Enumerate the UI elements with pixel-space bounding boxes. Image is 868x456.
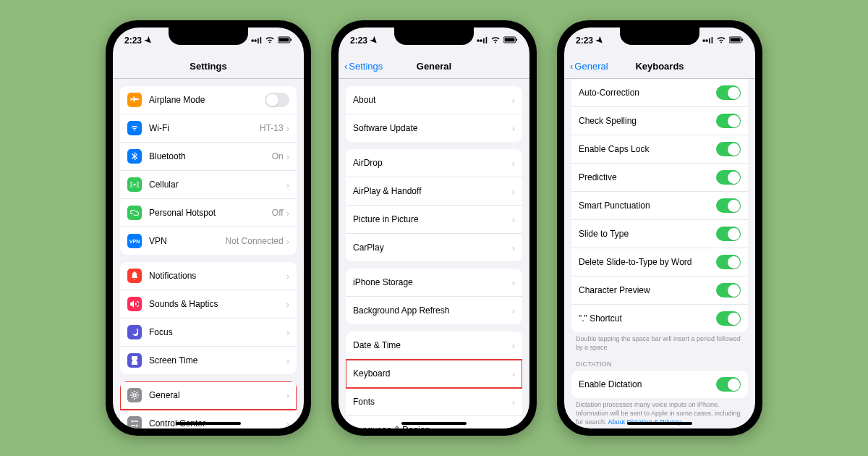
status-time: 2:23 <box>576 35 593 46</box>
toggle[interactable] <box>716 255 741 269</box>
cell-wifi[interactable]: Wi-FiHT-13› <box>120 114 297 143</box>
airplane-toggle[interactable] <box>265 93 289 107</box>
chevron-icon: › <box>512 158 515 169</box>
cell-carplay[interactable]: CarPlay› <box>346 234 522 261</box>
toggle[interactable] <box>716 85 741 100</box>
cell-enable-caps-lock[interactable]: Enable Caps Lock <box>571 135 748 164</box>
cell-value: Off <box>272 208 284 218</box>
cell-bluetooth[interactable]: BluetoothOn› <box>120 143 297 171</box>
cell-notifications[interactable]: Notifications› <box>120 262 297 290</box>
cell-picture-in-picture[interactable]: Picture in Picture› <box>346 206 522 234</box>
toggle[interactable] <box>716 170 741 185</box>
cell-value: HT-13 <box>260 123 284 133</box>
chevron-icon: › <box>286 151 289 162</box>
cell-period-shortcut[interactable]: "." Shortcut <box>571 305 748 332</box>
nav-back-button[interactable]: ‹Settings <box>344 61 383 72</box>
cell-cellular[interactable]: Cellular› <box>120 171 297 199</box>
cell-predictive[interactable]: Predictive <box>571 164 748 192</box>
cell-label: Character Preview <box>579 285 716 295</box>
vpn-icon: VPN <box>127 234 142 248</box>
cell-label: Smart Punctuation <box>579 200 716 211</box>
nav-title: Settings <box>190 61 226 72</box>
cell-slide-to-type[interactable]: Slide to Type <box>571 220 748 248</box>
cell-focus[interactable]: Focus› <box>120 318 297 347</box>
back-label: General <box>574 61 608 72</box>
cell-label: Slide to Type <box>579 229 716 239</box>
cell-auto-correction[interactable]: Auto-Correction <box>571 79 748 107</box>
cell-smart-punctuation[interactable]: Smart Punctuation <box>571 192 748 220</box>
cell-airplay-handoff[interactable]: AirPlay & Handoff› <box>346 177 522 206</box>
wifi-icon <box>265 35 275 46</box>
cell-about[interactable]: About› <box>346 86 522 114</box>
cell-enable-dictation[interactable]: Enable Dictation <box>571 371 748 398</box>
toggle[interactable] <box>716 114 741 128</box>
home-indicator[interactable] <box>176 422 241 425</box>
home-indicator[interactable] <box>627 422 692 425</box>
cell-label: Keyboard <box>353 368 512 379</box>
cell-label: Sounds & Haptics <box>149 299 286 309</box>
toggle[interactable] <box>716 377 741 392</box>
chevron-icon: › <box>512 305 515 316</box>
cell-personal-hotspot[interactable]: Personal HotspotOff› <box>120 199 297 227</box>
cell-label: Date & Time <box>353 340 512 350</box>
svg-point-4 <box>133 394 136 397</box>
cell-fonts[interactable]: Fonts› <box>346 388 522 416</box>
status-indicators: ••ıl <box>702 35 744 46</box>
cell-label: Notifications <box>149 271 286 281</box>
cell-background-app-refresh[interactable]: Background App Refresh› <box>346 297 522 324</box>
focus-icon <box>127 325 142 339</box>
cell-software-update[interactable]: Software Update› <box>346 114 522 142</box>
cell-label: General <box>149 390 286 400</box>
svg-point-3 <box>134 184 136 186</box>
cell-iphone-storage[interactable]: iPhone Storage› <box>346 269 522 297</box>
cell-label: Airplane Mode <box>149 95 265 105</box>
screen: 2:23➤ ••ıl Settings Airplane Mode Wi-FiH… <box>113 28 304 428</box>
keyboards-list[interactable]: Auto-Correction Check Spelling Enable Ca… <box>564 79 755 428</box>
cell-label: Auto-Correction <box>579 88 716 98</box>
battery-icon <box>729 35 744 46</box>
cell-keyboard[interactable]: Keyboard› <box>346 360 522 388</box>
cell-label: Bluetooth <box>149 151 272 161</box>
chevron-icon: › <box>286 236 289 247</box>
toggle[interactable] <box>716 227 741 241</box>
cell-vpn[interactable]: VPNVPNNot Connected› <box>120 227 297 255</box>
settings-list[interactable]: Airplane Mode Wi-FiHT-13› BluetoothOn› C… <box>113 79 304 428</box>
back-label: Settings <box>349 61 383 72</box>
wifi-icon <box>127 121 142 135</box>
cell-control-center[interactable]: Control Center› <box>120 410 297 428</box>
home-indicator[interactable] <box>401 422 467 425</box>
signal-icon: ••ıl <box>477 35 488 46</box>
toggle[interactable] <box>716 142 741 156</box>
chevron-icon: › <box>286 327 289 338</box>
notifications-icon <box>127 269 142 283</box>
cell-character-preview[interactable]: Character Preview <box>571 276 748 305</box>
toggle[interactable] <box>716 283 741 297</box>
sounds-icon <box>127 297 142 311</box>
control-center-icon <box>127 416 142 428</box>
cell-label: Focus <box>149 327 286 337</box>
cell-label: About <box>353 95 512 105</box>
toggle[interactable] <box>716 311 741 326</box>
status-indicators: ••ıl <box>251 35 292 46</box>
cell-label: Enable Dictation <box>579 379 716 389</box>
cell-check-spelling[interactable]: Check Spelling <box>571 107 748 135</box>
chevron-icon: › <box>512 214 515 225</box>
cell-delete-slide-to-type[interactable]: Delete Slide-to-Type by Word <box>571 248 748 276</box>
cell-airdrop[interactable]: AirDrop› <box>346 149 522 177</box>
screen: 2:23➤ ••ıl ‹Settings General About› Soft… <box>339 28 529 428</box>
nav-back-button[interactable]: ‹General <box>570 61 608 72</box>
cell-label: Cellular <box>149 180 286 190</box>
wifi-icon <box>490 35 501 46</box>
cell-sounds[interactable]: Sounds & Haptics› <box>120 290 297 318</box>
cell-general[interactable]: General› <box>120 381 297 410</box>
cell-value: Not Connected <box>226 236 284 246</box>
cell-label: Fonts <box>353 397 512 407</box>
svg-rect-2 <box>291 39 292 41</box>
cell-date-time[interactable]: Date & Time› <box>346 332 522 360</box>
general-list[interactable]: About› Software Update› AirDrop› AirPlay… <box>339 79 529 428</box>
section-dictation: DICTATION <box>564 355 755 369</box>
cell-airplane-mode[interactable]: Airplane Mode <box>120 86 297 114</box>
cell-screen-time[interactable]: Screen Time› <box>120 347 297 374</box>
toggle[interactable] <box>716 198 741 213</box>
notch <box>169 28 248 45</box>
